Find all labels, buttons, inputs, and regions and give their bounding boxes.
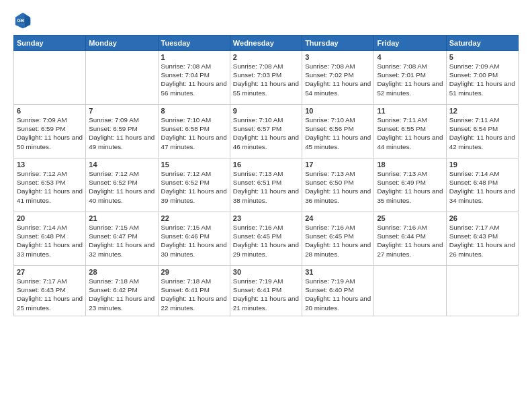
day-info: Sunrise: 7:10 AM Sunset: 6:58 PM Dayligh… bbox=[161, 116, 227, 151]
day-info: Sunrise: 7:13 AM Sunset: 6:49 PM Dayligh… bbox=[377, 169, 443, 205]
page-container: GB SundayMondayTuesdayWednesdayThursdayF… bbox=[0, 0, 532, 323]
calendar-cell: 18Sunrise: 7:13 AM Sunset: 6:49 PM Dayli… bbox=[374, 158, 446, 212]
calendar-week-row: 27Sunrise: 7:17 AM Sunset: 6:43 PM Dayli… bbox=[14, 266, 519, 316]
calendar-cell: 11Sunrise: 7:11 AM Sunset: 6:55 PM Dayli… bbox=[374, 105, 446, 158]
weekday-header-sunday: Sunday bbox=[14, 36, 86, 51]
day-number: 20 bbox=[17, 214, 83, 222]
day-number: 27 bbox=[17, 268, 83, 276]
calendar-cell bbox=[14, 51, 86, 105]
day-number: 4 bbox=[377, 53, 443, 61]
day-number: 3 bbox=[305, 53, 371, 61]
day-info: Sunrise: 7:16 AM Sunset: 6:45 PM Dayligh… bbox=[305, 223, 371, 259]
calendar-cell: 6Sunrise: 7:09 AM Sunset: 6:59 PM Daylig… bbox=[14, 105, 86, 158]
day-info: Sunrise: 7:16 AM Sunset: 6:44 PM Dayligh… bbox=[377, 223, 443, 259]
calendar-table: SundayMondayTuesdayWednesdayThursdayFrid… bbox=[13, 35, 519, 316]
calendar-week-row: 13Sunrise: 7:12 AM Sunset: 6:53 PM Dayli… bbox=[14, 158, 519, 212]
day-info: Sunrise: 7:15 AM Sunset: 6:47 PM Dayligh… bbox=[89, 223, 154, 259]
day-info: Sunrise: 7:08 AM Sunset: 7:02 PM Dayligh… bbox=[305, 62, 371, 97]
day-number: 28 bbox=[89, 268, 154, 276]
day-number: 16 bbox=[233, 161, 299, 169]
calendar-week-row: 1Sunrise: 7:08 AM Sunset: 7:04 PM Daylig… bbox=[14, 51, 519, 105]
calendar-cell: 31Sunrise: 7:19 AM Sunset: 6:40 PM Dayli… bbox=[302, 266, 374, 316]
calendar-cell: 4Sunrise: 7:08 AM Sunset: 7:01 PM Daylig… bbox=[374, 51, 446, 105]
day-number: 12 bbox=[449, 107, 515, 115]
calendar-cell: 14Sunrise: 7:12 AM Sunset: 6:52 PM Dayli… bbox=[86, 158, 158, 212]
day-number: 23 bbox=[233, 214, 299, 222]
calendar-cell: 2Sunrise: 7:08 AM Sunset: 7:03 PM Daylig… bbox=[230, 51, 302, 105]
calendar-cell: 10Sunrise: 7:10 AM Sunset: 6:56 PM Dayli… bbox=[302, 105, 374, 158]
day-number: 7 bbox=[89, 107, 154, 115]
calendar-week-row: 20Sunrise: 7:14 AM Sunset: 6:48 PM Dayli… bbox=[14, 212, 519, 266]
calendar-cell: 5Sunrise: 7:09 AM Sunset: 7:00 PM Daylig… bbox=[446, 51, 518, 105]
day-info: Sunrise: 7:17 AM Sunset: 6:43 PM Dayligh… bbox=[449, 223, 515, 259]
day-info: Sunrise: 7:13 AM Sunset: 6:50 PM Dayligh… bbox=[305, 169, 371, 205]
day-info: Sunrise: 7:16 AM Sunset: 6:45 PM Dayligh… bbox=[233, 223, 299, 259]
calendar-cell: 21Sunrise: 7:15 AM Sunset: 6:47 PM Dayli… bbox=[86, 212, 158, 266]
day-number: 30 bbox=[233, 268, 299, 276]
day-number: 17 bbox=[305, 161, 371, 169]
calendar-cell bbox=[374, 266, 446, 316]
day-info: Sunrise: 7:14 AM Sunset: 6:48 PM Dayligh… bbox=[17, 223, 83, 259]
day-number: 21 bbox=[89, 214, 154, 222]
weekday-header-friday: Friday bbox=[374, 36, 446, 51]
calendar-cell: 27Sunrise: 7:17 AM Sunset: 6:43 PM Dayli… bbox=[14, 266, 86, 316]
calendar-cell: 3Sunrise: 7:08 AM Sunset: 7:02 PM Daylig… bbox=[302, 51, 374, 105]
day-number: 11 bbox=[377, 107, 443, 115]
day-number: 18 bbox=[377, 161, 443, 169]
logo-icon: GB bbox=[13, 11, 32, 30]
calendar-cell: 25Sunrise: 7:16 AM Sunset: 6:44 PM Dayli… bbox=[374, 212, 446, 266]
day-number: 19 bbox=[449, 161, 515, 169]
header: GB bbox=[13, 11, 519, 30]
calendar-cell: 7Sunrise: 7:09 AM Sunset: 6:59 PM Daylig… bbox=[86, 105, 158, 158]
day-number: 15 bbox=[161, 161, 227, 169]
day-info: Sunrise: 7:11 AM Sunset: 6:54 PM Dayligh… bbox=[449, 116, 515, 151]
day-info: Sunrise: 7:17 AM Sunset: 6:43 PM Dayligh… bbox=[17, 277, 83, 312]
calendar-cell: 19Sunrise: 7:14 AM Sunset: 6:48 PM Dayli… bbox=[446, 158, 518, 212]
day-number: 29 bbox=[161, 268, 227, 276]
day-info: Sunrise: 7:10 AM Sunset: 6:56 PM Dayligh… bbox=[305, 116, 371, 151]
calendar-cell bbox=[446, 266, 518, 316]
day-info: Sunrise: 7:12 AM Sunset: 6:52 PM Dayligh… bbox=[89, 169, 154, 205]
day-number: 8 bbox=[161, 107, 227, 115]
calendar-cell: 23Sunrise: 7:16 AM Sunset: 6:45 PM Dayli… bbox=[230, 212, 302, 266]
day-number: 31 bbox=[305, 268, 371, 276]
day-number: 2 bbox=[233, 53, 299, 61]
calendar-cell: 17Sunrise: 7:13 AM Sunset: 6:50 PM Dayli… bbox=[302, 158, 374, 212]
calendar-cell: 22Sunrise: 7:15 AM Sunset: 6:46 PM Dayli… bbox=[158, 212, 230, 266]
day-info: Sunrise: 7:15 AM Sunset: 6:46 PM Dayligh… bbox=[161, 223, 227, 259]
calendar-cell: 30Sunrise: 7:19 AM Sunset: 6:41 PM Dayli… bbox=[230, 266, 302, 316]
day-info: Sunrise: 7:09 AM Sunset: 6:59 PM Dayligh… bbox=[89, 116, 154, 151]
weekday-header-tuesday: Tuesday bbox=[158, 36, 230, 51]
day-info: Sunrise: 7:10 AM Sunset: 6:57 PM Dayligh… bbox=[233, 116, 299, 151]
weekday-header-monday: Monday bbox=[86, 36, 158, 51]
svg-text:GB: GB bbox=[17, 18, 24, 23]
weekday-header-row: SundayMondayTuesdayWednesdayThursdayFrid… bbox=[14, 36, 519, 51]
calendar-week-row: 6Sunrise: 7:09 AM Sunset: 6:59 PM Daylig… bbox=[14, 105, 519, 158]
day-info: Sunrise: 7:13 AM Sunset: 6:51 PM Dayligh… bbox=[233, 169, 299, 205]
calendar-cell: 29Sunrise: 7:18 AM Sunset: 6:41 PM Dayli… bbox=[158, 266, 230, 316]
calendar-cell: 20Sunrise: 7:14 AM Sunset: 6:48 PM Dayli… bbox=[14, 212, 86, 266]
calendar-cell bbox=[86, 51, 158, 105]
calendar-cell: 26Sunrise: 7:17 AM Sunset: 6:43 PM Dayli… bbox=[446, 212, 518, 266]
svg-marker-1 bbox=[25, 15, 30, 28]
day-number: 9 bbox=[233, 107, 299, 115]
day-info: Sunrise: 7:19 AM Sunset: 6:41 PM Dayligh… bbox=[233, 277, 299, 312]
day-info: Sunrise: 7:18 AM Sunset: 6:42 PM Dayligh… bbox=[89, 277, 154, 312]
calendar-cell: 1Sunrise: 7:08 AM Sunset: 7:04 PM Daylig… bbox=[158, 51, 230, 105]
day-info: Sunrise: 7:12 AM Sunset: 6:52 PM Dayligh… bbox=[161, 169, 227, 205]
weekday-header-wednesday: Wednesday bbox=[230, 36, 302, 51]
day-number: 10 bbox=[305, 107, 371, 115]
calendar-cell: 12Sunrise: 7:11 AM Sunset: 6:54 PM Dayli… bbox=[446, 105, 518, 158]
calendar-cell: 16Sunrise: 7:13 AM Sunset: 6:51 PM Dayli… bbox=[230, 158, 302, 212]
day-info: Sunrise: 7:09 AM Sunset: 6:59 PM Dayligh… bbox=[17, 116, 83, 151]
day-info: Sunrise: 7:09 AM Sunset: 7:00 PM Dayligh… bbox=[449, 62, 515, 97]
day-info: Sunrise: 7:11 AM Sunset: 6:55 PM Dayligh… bbox=[377, 116, 443, 151]
calendar-cell: 8Sunrise: 7:10 AM Sunset: 6:58 PM Daylig… bbox=[158, 105, 230, 158]
calendar-cell: 15Sunrise: 7:12 AM Sunset: 6:52 PM Dayli… bbox=[158, 158, 230, 212]
calendar-cell: 9Sunrise: 7:10 AM Sunset: 6:57 PM Daylig… bbox=[230, 105, 302, 158]
day-info: Sunrise: 7:08 AM Sunset: 7:04 PM Dayligh… bbox=[161, 62, 227, 97]
day-number: 6 bbox=[17, 107, 83, 115]
day-info: Sunrise: 7:14 AM Sunset: 6:48 PM Dayligh… bbox=[449, 169, 515, 205]
day-info: Sunrise: 7:08 AM Sunset: 7:01 PM Dayligh… bbox=[377, 62, 443, 97]
day-number: 14 bbox=[89, 161, 154, 169]
